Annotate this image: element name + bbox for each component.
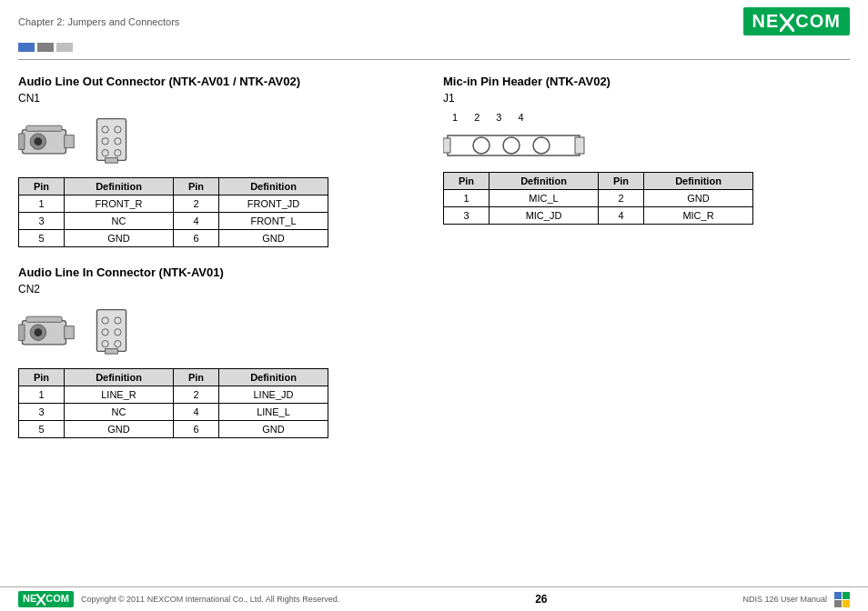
th-pin2: Pin — [174, 178, 219, 195]
th-def1-mic: Definition — [490, 173, 599, 190]
svg-point-4 — [35, 137, 43, 145]
svg-point-34 — [533, 137, 550, 154]
th-pin1-in: Pin — [19, 369, 65, 386]
table-cell: NC — [65, 213, 174, 230]
svg-rect-29 — [106, 348, 118, 354]
table-cell: FRONT_L — [219, 213, 328, 230]
table-cell: NC — [65, 404, 174, 421]
table-cell: 2 — [599, 190, 644, 207]
svg-rect-15 — [106, 157, 118, 163]
footer-logo: NE COM — [18, 591, 74, 607]
table-row: 5GND6GND — [19, 421, 328, 438]
mic-pin-numbers: 1 2 3 4 — [443, 112, 850, 123]
th-pin2-in: Pin — [174, 369, 219, 386]
audio-in-images — [18, 303, 425, 357]
pin-num-3: 3 — [496, 112, 501, 123]
svg-rect-22 — [96, 309, 126, 351]
table-cell: 1 — [444, 190, 490, 207]
table-cell: 3 — [444, 207, 490, 225]
th-def2: Definition — [219, 178, 328, 195]
footer-copyright: Copyright © 2011 NEXCOM International Co… — [81, 595, 339, 604]
th-pin2-mic: Pin — [599, 173, 644, 190]
table-cell: 4 — [174, 213, 219, 230]
divider — [18, 59, 850, 60]
audio-out-connector-icon — [18, 115, 82, 165]
footer-page-number: 26 — [535, 593, 547, 606]
mic-connector-svg — [443, 125, 589, 161]
table-cell: LINE_JD — [219, 386, 328, 404]
table-cell: 6 — [174, 230, 219, 247]
footer-manual: NDIS 126 User Manual — [742, 595, 827, 604]
table-row: 3NC4LINE_L — [19, 404, 328, 421]
table-cell: 3 — [19, 404, 65, 421]
svg-rect-8 — [96, 118, 126, 160]
svg-rect-6 — [65, 135, 75, 147]
table-cell: 5 — [19, 421, 65, 438]
mic-in-label: J1 — [443, 92, 850, 105]
bar-mid — [37, 43, 54, 52]
svg-rect-5 — [18, 133, 25, 149]
table-row: 3NC4FRONT_L — [19, 213, 328, 230]
color-bar — [0, 39, 868, 59]
audio-out-images — [18, 112, 425, 166]
svg-rect-19 — [18, 324, 25, 340]
table-cell: 2 — [174, 386, 219, 404]
header-logo: NE COM — [743, 7, 850, 35]
footer-right-group: NDIS 126 User Manual — [742, 592, 850, 607]
svg-rect-20 — [65, 326, 75, 338]
mic-in-table: Pin Definition Pin Definition 1MIC_L2GND… — [443, 172, 753, 225]
svg-rect-7 — [26, 125, 62, 131]
footer-grid-icon — [834, 592, 850, 607]
bar-blue — [18, 43, 35, 52]
svg-point-18 — [35, 328, 43, 336]
table-cell: 4 — [174, 404, 219, 421]
pin-num-2: 2 — [474, 112, 479, 123]
audio-out-connector2-icon — [91, 115, 132, 165]
svg-point-33 — [503, 137, 520, 154]
audio-in-table: Pin Definition Pin Definition 1LINE_R2LI… — [18, 368, 328, 438]
svg-rect-35 — [575, 137, 584, 154]
audio-in-connector2-icon — [91, 306, 132, 356]
page-footer: NE COM Copyright © 2011 NEXCOM Internati… — [0, 586, 868, 611]
table-row: 3MIC_JD4MIC_R — [444, 207, 753, 225]
mic-in-section: Mic-in Pin Header (NTK-AV02) J1 1 2 3 4 — [443, 75, 850, 225]
page-header: Chapter 2: Jumpers and Connectors NE COM — [0, 0, 868, 39]
table-cell: GND — [219, 421, 328, 438]
th-pin1: Pin — [19, 178, 65, 195]
table-cell: LINE_R — [65, 386, 174, 404]
audio-in-connector-icon — [18, 306, 82, 356]
mic-header-diagram: 1 2 3 4 — [443, 112, 850, 161]
table-cell: GND — [65, 230, 174, 247]
th-def1: Definition — [65, 178, 174, 195]
audio-in-label: CN2 — [18, 283, 425, 295]
nexcom-logo: NE COM — [743, 7, 850, 35]
table-cell: GND — [219, 230, 328, 247]
table-cell: MIC_L — [490, 190, 599, 207]
table-cell: 6 — [174, 421, 219, 438]
footer-left: NE COM Copyright © 2011 NEXCOM Internati… — [18, 591, 339, 607]
audio-out-title: Audio Line Out Connector (NTK-AV01 / NTK… — [18, 75, 425, 88]
main-content: Audio Line Out Connector (NTK-AV01 / NTK… — [0, 75, 868, 456]
th-def2-in: Definition — [219, 369, 328, 386]
table-row: 5GND6GND — [19, 230, 328, 247]
table-cell: 3 — [19, 213, 65, 230]
svg-point-32 — [473, 137, 490, 154]
table-cell: 1 — [19, 386, 65, 404]
table-row: 1FRONT_R2FRONT_JD — [19, 195, 328, 213]
th-def1-in: Definition — [65, 369, 174, 386]
audio-line-out-section: Audio Line Out Connector (NTK-AV01 / NTK… — [18, 75, 425, 247]
th-pin1-mic: Pin — [444, 173, 490, 190]
table-cell: 5 — [19, 230, 65, 247]
audio-in-title: Audio Line In Connector (NTK-AV01) — [18, 265, 425, 279]
th-def2-mic: Definition — [644, 173, 753, 190]
pin-num-1: 1 — [452, 112, 458, 123]
svg-rect-21 — [26, 316, 62, 322]
table-cell: GND — [644, 190, 753, 207]
table-row: 1LINE_R2LINE_JD — [19, 386, 328, 404]
table-cell: FRONT_R — [65, 195, 174, 213]
right-column: Mic-in Pin Header (NTK-AV02) J1 1 2 3 4 — [443, 75, 850, 456]
table-cell: MIC_R — [644, 207, 753, 225]
table-row: 1MIC_L2GND — [444, 190, 753, 207]
table-cell: MIC_JD — [490, 207, 599, 225]
table-cell: GND — [65, 421, 174, 438]
